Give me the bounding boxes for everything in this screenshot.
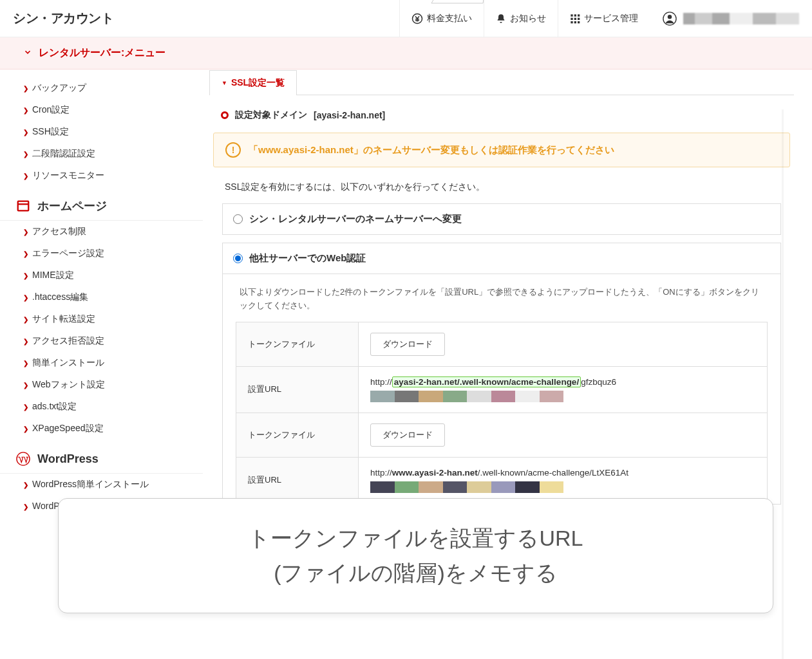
svg-rect-12 <box>18 201 29 211</box>
nav-service[interactable]: サービス管理 <box>558 0 650 37</box>
user-menu[interactable] <box>650 12 799 26</box>
bullet-icon <box>221 111 229 119</box>
sidebar-item-g2-1[interactable]: ❯エラーページ設定 <box>0 243 203 265</box>
svg-point-14 <box>17 452 30 465</box>
chevron-right-icon: ❯ <box>23 294 28 301</box>
sidebar-item-g3-0[interactable]: ❯WordPress簡単インストール <box>0 474 203 496</box>
blurred-text <box>370 481 563 493</box>
logo: シン・アカウント <box>13 10 113 27</box>
cell-download: ダウンロード <box>359 322 768 366</box>
chevron-right-icon: ❯ <box>23 129 28 136</box>
user-name-blurred <box>683 13 799 24</box>
chevron-right-icon: ❯ <box>23 382 28 389</box>
sidebar-item-g2-2[interactable]: ❯MIME設定 <box>0 265 203 286</box>
svg-rect-6 <box>578 17 580 19</box>
cell-url-2: http://www.ayasi-2-han.net/.well-known/a… <box>359 457 768 503</box>
yen-icon <box>411 13 423 24</box>
sidebar-item-g2-7[interactable]: ❯Webフォント設定 <box>0 374 203 396</box>
main-content: ▼ SSL設定一覧 設定対象ドメイン [ayasi-2-han.net] ! 「… <box>203 72 812 517</box>
svg-rect-9 <box>578 21 580 23</box>
sidebar-item-g1-1[interactable]: ❯Cron設定 <box>0 99 203 121</box>
svg-rect-7 <box>571 21 572 23</box>
chevron-right-icon: ❯ <box>23 338 28 345</box>
svg-rect-3 <box>578 14 580 16</box>
web-auth-panel: 以下よりダウンロードした2件のトークンファイルを「設置URL」で参照できるように… <box>222 274 781 505</box>
alert-box: ! 「www.ayasi-2-han.net」のネームサーバー変更もしくは認証作… <box>213 133 790 167</box>
token-table: トークンファイル ダウンロード 設置URL http://ayasi-2-han… <box>236 322 768 504</box>
table-row: 設置URL http://www.ayasi-2-han.net/.well-k… <box>236 457 768 503</box>
warning-icon: ! <box>225 142 241 158</box>
download-button[interactable]: ダウンロード <box>370 423 445 447</box>
cell-label-token: トークンファイル <box>236 413 359 457</box>
description: SSL設定を有効にするには、以下のいずれかを行ってください。 <box>209 167 794 203</box>
svg-rect-8 <box>574 21 576 23</box>
chevron-right-icon: ❯ <box>23 250 28 257</box>
table-row: 設置URL http://ayasi-2-han.net/.well-known… <box>236 366 768 413</box>
blurred-text <box>370 391 563 402</box>
table-row: トークンファイル ダウンロード <box>236 413 768 457</box>
homepage-icon <box>15 198 31 214</box>
nav-pay[interactable]: 料金支払い <box>399 0 484 37</box>
cell-url-1: http://ayasi-2-han.net/.well-known/acme-… <box>359 366 768 413</box>
sidebar-cat-wordpress[interactable]: WordPress <box>0 445 203 474</box>
tab-ssl-list[interactable]: ▼ SSL設定一覧 <box>209 70 297 95</box>
svg-rect-5 <box>574 17 576 19</box>
cell-label-url: 設置URL <box>236 366 359 413</box>
domain-line: 設定対象ドメイン [ayasi-2-han.net] <box>209 95 794 133</box>
callout-bubble: トークンファイルを設置するURL (ファイルの階層)をメモする <box>58 498 773 613</box>
bell-icon <box>496 14 506 24</box>
chevron-right-icon: ❯ <box>23 85 28 92</box>
sidebar-cat-homepage[interactable]: ホームページ <box>0 192 203 221</box>
chevron-right-icon: ❯ <box>23 503 28 510</box>
chevron-right-icon: ❯ <box>23 151 28 158</box>
scrollbar-hint <box>782 109 784 659</box>
chevron-right-icon: ❯ <box>23 425 28 432</box>
chevron-right-icon: ❯ <box>23 172 28 180</box>
callout-line-1: トークンファイルを設置するURL <box>71 521 760 555</box>
nav-notice[interactable]: お知らせ <box>484 0 558 37</box>
sidebar-item-g2-5[interactable]: ❯アクセス拒否設定 <box>0 330 203 352</box>
download-button[interactable]: ダウンロード <box>370 333 445 356</box>
radio-nameserver[interactable] <box>233 214 243 224</box>
sidebar-item-g1-3[interactable]: ❯二段階認証設定 <box>0 143 203 165</box>
sidebar-item-g2-6[interactable]: ❯簡単インストール <box>0 352 203 374</box>
chevron-right-icon: ❯ <box>23 107 28 114</box>
submenu-bar[interactable]: レンタルサーバー:メニュー <box>0 37 812 70</box>
sidebar-item-g2-9[interactable]: ❯XPageSpeed設定 <box>0 418 203 440</box>
sidebar: ❯バックアップ❯Cron設定❯SSH設定❯二段階認証設定❯リソースモニター ホー… <box>0 72 203 517</box>
chevron-right-icon: ❯ <box>23 404 28 411</box>
sidebar-item-g2-4[interactable]: ❯サイト転送設定 <box>0 308 203 330</box>
option-web-auth[interactable]: 他社サーバーでのWeb認証 <box>222 243 781 274</box>
sidebar-item-g1-2[interactable]: ❯SSH設定 <box>0 121 203 143</box>
sidebar-item-g2-3[interactable]: ❯.htaccess編集 <box>0 286 203 308</box>
chevron-right-icon: ❯ <box>23 316 28 323</box>
svg-rect-2 <box>574 14 576 16</box>
chevron-right-icon: ❯ <box>23 228 28 236</box>
grid-icon <box>570 14 580 24</box>
callout-line-2: (ファイルの階層)をメモする <box>71 555 760 590</box>
tab-row: ▼ SSL設定一覧 <box>209 70 794 95</box>
sidebar-item-g1-4[interactable]: ❯リソースモニター <box>0 165 203 187</box>
svg-rect-4 <box>571 17 572 19</box>
inner-desc: 以下よりダウンロードした2件のトークンファイルを「設置URL」で参照できるように… <box>236 286 768 313</box>
chevron-right-icon: ❯ <box>23 481 28 488</box>
header: シン・アカウント 料金支払い お知らせ サービス管理 <box>0 0 812 37</box>
radio-web-auth[interactable] <box>233 254 243 263</box>
sidebar-item-g2-8[interactable]: ❯ads.txt設定 <box>0 396 203 418</box>
chevron-right-icon: ❯ <box>23 360 28 367</box>
cell-label-token: トークンファイル <box>236 322 359 366</box>
table-row: トークンファイル ダウンロード <box>236 322 768 366</box>
sidebar-item-g1-0[interactable]: ❯バックアップ <box>0 77 203 99</box>
chevron-down-icon <box>23 48 32 59</box>
option-nameserver[interactable]: シン・レンタルサーバーのネームサーバーへ変更 <box>222 203 781 235</box>
cell-label-url: 設置URL <box>236 457 359 503</box>
cell-download: ダウンロード <box>359 413 768 457</box>
triangle-down-icon: ▼ <box>222 80 227 86</box>
chevron-right-icon: ❯ <box>23 272 28 279</box>
wordpress-icon <box>15 451 31 467</box>
user-icon <box>663 12 677 26</box>
svg-rect-1 <box>571 14 572 16</box>
svg-point-11 <box>668 15 672 19</box>
sidebar-item-g2-0[interactable]: ❯アクセス制限 <box>0 221 203 243</box>
